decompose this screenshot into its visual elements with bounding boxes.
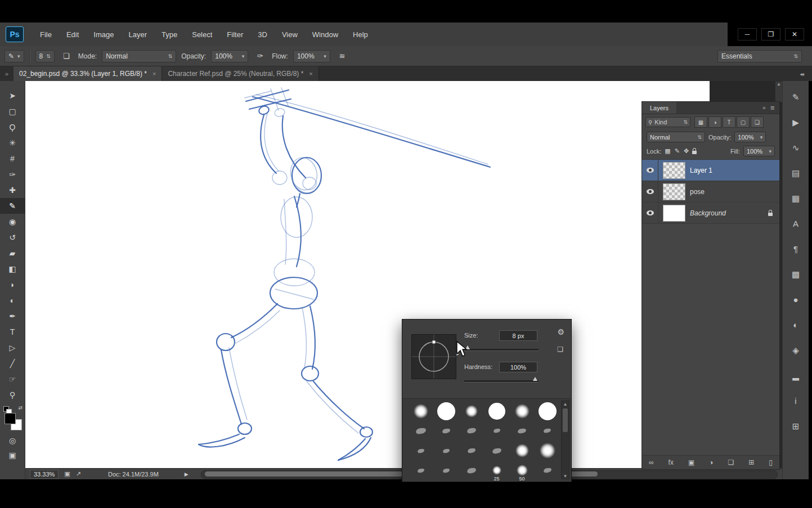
dock-panel-icon[interactable]: ◐ (783, 312, 809, 338)
menu-item[interactable]: File (33, 23, 59, 46)
brush-preset[interactable] (459, 421, 484, 440)
layers-footer-icon[interactable]: ▯ (769, 458, 773, 466)
menu-item[interactable]: Window (305, 23, 346, 46)
tool-button[interactable]: T (0, 324, 25, 340)
dock-panel-icon[interactable]: ▶ (783, 110, 809, 135)
dock-panel-icon[interactable]: ▩ (783, 262, 809, 287)
filter-type-icon[interactable]: ◑ (708, 116, 721, 128)
slider-handle[interactable] (533, 377, 537, 381)
tool-button[interactable]: ▢ (0, 104, 25, 119)
layers-footer-icon[interactable]: ∞ (649, 458, 654, 466)
layer-thumbnail[interactable] (663, 205, 685, 222)
lock-option-icon[interactable]: ▦ (665, 147, 670, 155)
menu-item[interactable]: Filter (219, 23, 250, 46)
lock-option-icon[interactable]: ✥ (684, 147, 689, 155)
menu-item[interactable]: Layer (122, 23, 155, 46)
brush-preset[interactable] (459, 441, 484, 461)
brush-preset[interactable] (535, 401, 560, 421)
document-tab[interactable]: Character Ref.psd @ 25% (Neutral, RGB/8)… (162, 66, 318, 81)
layers-footer-icon[interactable]: ◑ (709, 458, 713, 466)
workspace-switcher[interactable]: Essentials ⇅ (717, 50, 802, 62)
visibility-toggle[interactable] (642, 181, 658, 202)
tool-button[interactable]: ▰ (0, 245, 25, 261)
dock-panel-icon[interactable]: ✎ (783, 84, 809, 110)
hardness-slider[interactable] (464, 380, 539, 383)
dock-panel-icon[interactable]: ⊞ (783, 413, 809, 439)
collapse-chevron-icon[interactable]: » (762, 105, 766, 111)
tool-button[interactable]: ✑ (0, 167, 25, 182)
brush-preset[interactable] (408, 421, 433, 440)
layers-footer-icon[interactable]: ▣ (688, 458, 694, 466)
quick-mask-button[interactable]: ◎ (0, 433, 25, 448)
brush-preset[interactable] (459, 461, 484, 480)
layer-thumbnail[interactable] (663, 183, 685, 200)
brush-preset[interactable] (535, 461, 560, 480)
tool-button[interactable]: Ϙ (0, 119, 25, 135)
scroll-up-icon[interactable]: ▲ (563, 401, 568, 407)
share-icon[interactable]: ↗ (76, 470, 81, 478)
tool-button[interactable]: ◐ (0, 293, 25, 308)
visibility-toggle[interactable] (642, 160, 658, 181)
dock-panel-icon[interactable]: ▂ (783, 363, 809, 388)
tool-button[interactable]: ⚲ (0, 387, 25, 403)
filter-type-icon[interactable]: ❏ (751, 116, 764, 128)
size-field[interactable]: 8 px (499, 330, 537, 341)
panel-menu-icon[interactable]: ≣ (770, 105, 775, 111)
tool-button[interactable]: ◗ (0, 277, 25, 293)
presets-scrollbar[interactable]: ▲ ▼ (561, 401, 569, 479)
dock-panel-icon[interactable]: i (783, 388, 809, 413)
brush-preset[interactable] (433, 401, 459, 421)
brush-preset[interactable] (408, 441, 433, 461)
layers-footer-icon[interactable]: ⊞ (748, 458, 754, 466)
brush-preset[interactable] (459, 401, 484, 421)
opacity-dropdown[interactable]: 100% ▾ (211, 50, 248, 62)
preview-handle-icon[interactable]: ▸ (456, 351, 459, 357)
menu-item[interactable]: 3D (250, 23, 275, 46)
layers-footer-icon[interactable]: ❏ (728, 458, 734, 466)
layers-footer-icon[interactable]: fx (669, 458, 674, 466)
brush-preset[interactable] (509, 421, 535, 440)
gear-icon[interactable]: ⚙ (557, 327, 564, 336)
layer-row[interactable]: pose (642, 181, 779, 203)
menu-item[interactable]: Edit (59, 23, 86, 46)
layer-row[interactable]: Background (642, 203, 779, 224)
window-control-button[interactable]: ❐ (761, 28, 780, 41)
tool-button[interactable]: ▷ (0, 340, 25, 356)
flow-dropdown[interactable]: 100% ▾ (293, 50, 330, 62)
brush-preset[interactable] (433, 461, 459, 480)
blend-mode-dropdown[interactable]: Normal ⇅ (102, 50, 176, 62)
tool-button[interactable]: ↺ (0, 230, 25, 245)
menu-item[interactable]: Type (154, 23, 185, 46)
tool-button[interactable]: ✚ (0, 182, 25, 198)
filter-type-icon[interactable]: ▢ (737, 116, 750, 128)
menu-item[interactable]: Help (346, 23, 375, 46)
brush-preset[interactable] (535, 441, 560, 461)
collapse-chevron-icon[interactable]: » (0, 66, 14, 81)
filter-type-icon[interactable]: ▦ (694, 116, 707, 128)
window-control-button[interactable]: ✕ (785, 28, 804, 41)
layer-thumbnail[interactable] (663, 162, 685, 179)
layer-opacity-dropdown[interactable]: 100% ▾ (734, 132, 766, 142)
lock-all-icon[interactable] (692, 151, 697, 154)
menu-item[interactable]: Select (185, 23, 219, 46)
brush-preset[interactable] (535, 421, 560, 440)
slider-handle[interactable] (465, 345, 470, 349)
hardness-field[interactable]: 100% (499, 362, 537, 372)
brush-preset[interactable]: 50 (509, 461, 535, 480)
expand-panels-chevron-icon[interactable]: ◂◂ (800, 71, 803, 77)
brush-preset[interactable] (509, 441, 535, 461)
scrollbar-thumb[interactable] (563, 408, 568, 432)
layer-row[interactable]: Layer 1 (642, 160, 779, 181)
lock-option-icon[interactable]: ✎ (675, 147, 680, 155)
tool-button[interactable]: ✳ (0, 135, 25, 151)
layer-fill-dropdown[interactable]: 100% ▾ (743, 146, 775, 156)
dock-panel-icon[interactable]: ¶ (783, 236, 809, 262)
dock-panel-icon[interactable]: A (783, 211, 809, 236)
scroll-down-icon[interactable]: ▼ (563, 473, 568, 479)
toggle-brush-panel-button[interactable]: ❏ (60, 50, 73, 62)
tool-button[interactable]: ✒ (0, 308, 25, 324)
menu-item[interactable]: Image (86, 23, 121, 46)
filter-type-icon[interactable]: T (723, 116, 735, 128)
brush-preset[interactable] (484, 421, 509, 440)
tool-preset-picker[interactable]: ✎ ▾ (5, 50, 24, 62)
